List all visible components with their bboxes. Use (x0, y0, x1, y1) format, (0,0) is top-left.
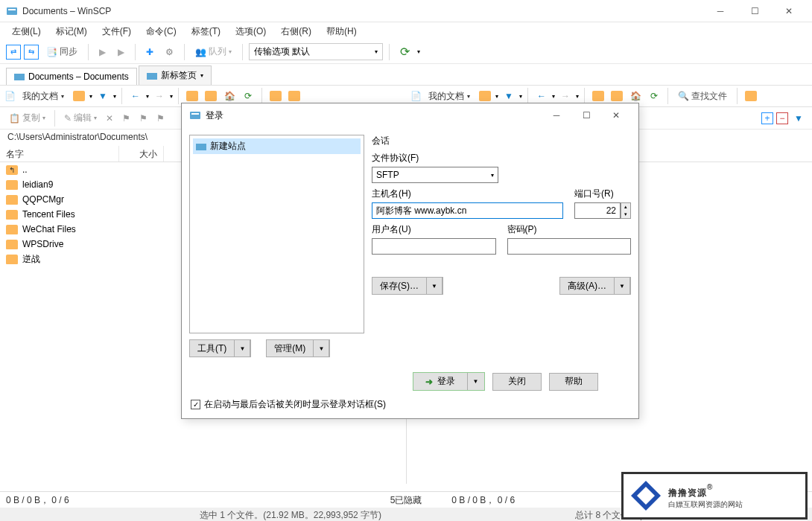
tab-documents[interactable]: Documents – Documents (6, 68, 137, 85)
flag2-icon[interactable]: ⚑ (136, 112, 150, 125)
find-files-button[interactable]: 🔍 查找文件 (673, 88, 732, 105)
parent-icon[interactable] (184, 88, 200, 104)
sync-icon: 📑 (46, 47, 57, 57)
delete-icon[interactable]: ✕ (103, 112, 116, 125)
username-input[interactable] (372, 238, 496, 255)
add-icon[interactable]: ✚ (142, 45, 158, 60)
minus-box-icon[interactable]: − (776, 112, 788, 124)
home-icon[interactable]: 🏠 (221, 88, 238, 104)
tools-button[interactable]: 工具(T) ▼ (189, 339, 251, 357)
svg-rect-3 (147, 73, 157, 80)
nav-right-dropdown[interactable]: 我的文档 ▾ (424, 89, 475, 104)
dialog-close-button[interactable]: ✕ (601, 104, 631, 127)
watermark-logo-icon (629, 479, 662, 512)
flag1-icon[interactable]: ⚑ (119, 112, 133, 125)
sync-button[interactable]: 📑 同步 (42, 43, 82, 60)
save-button[interactable]: 保存(S)… ▼ (372, 277, 443, 295)
folder-open-icon[interactable] (477, 88, 493, 104)
bookmark-r-icon[interactable] (743, 88, 759, 104)
plus-box-icon[interactable]: + (761, 112, 773, 124)
dialog-maximize-button[interactable]: ☐ (571, 104, 601, 127)
gear-icon[interactable]: ⚙ (161, 45, 178, 60)
refresh-icon[interactable]: ⟳ (396, 42, 414, 61)
app-icon (6, 5, 18, 17)
bookmark1-icon[interactable] (267, 88, 284, 104)
queue-button[interactable]: 👥 队列 ▾ (191, 43, 236, 60)
folder-open-icon[interactable] (71, 88, 87, 104)
folder-icon (6, 240, 18, 249)
tree-item-newsite[interactable]: 新建站点 (193, 138, 361, 154)
sites-tree[interactable]: 新建站点 (189, 135, 364, 333)
password-input[interactable] (507, 238, 632, 255)
svg-rect-5 (191, 113, 199, 115)
minimize-button[interactable]: ─ (703, 0, 738, 22)
parent-icon[interactable] (590, 88, 606, 104)
protocol-select[interactable]: SFTP ▾ (372, 167, 498, 183)
back-icon[interactable]: ← (127, 88, 144, 104)
col-size[interactable]: 大小 (119, 146, 164, 162)
host-input[interactable] (372, 202, 563, 219)
maximize-button[interactable]: ☐ (738, 0, 772, 22)
filter-icon[interactable]: ▼ (501, 88, 517, 104)
status-hidden: 5已隐藏 (390, 494, 422, 505)
root-icon[interactable] (203, 88, 219, 104)
host-label: 主机名(H) (372, 188, 563, 200)
edit-button[interactable]: ✎ 编辑 ▾ (61, 110, 100, 126)
home-icon[interactable]: 🏠 (627, 88, 644, 104)
flag-right-icon[interactable]: ▼ (791, 112, 806, 125)
dialog-title-icon (189, 109, 201, 121)
port-input[interactable] (574, 202, 621, 219)
edit-icon: ✎ (64, 113, 72, 124)
docs-icon: 📄 (410, 91, 422, 101)
menu-command[interactable]: 命令(C) (140, 23, 183, 40)
menu-left[interactable]: 左侧(L) (6, 23, 47, 40)
refresh-right-icon[interactable]: ⟳ (646, 88, 662, 104)
bookmark2-icon[interactable] (286, 88, 302, 104)
svg-rect-0 (7, 7, 17, 15)
equal-panels-icon[interactable]: ⇆ (24, 45, 39, 60)
copy-icon: 📋 (9, 113, 20, 124)
forward-icon[interactable]: → (151, 88, 168, 104)
menu-tab[interactable]: 标签(T) (185, 23, 226, 40)
dialog-close-action-button[interactable]: 关闭 (492, 373, 542, 391)
dialog-title: 登录 (206, 109, 542, 122)
forward-icon[interactable]: → (557, 88, 574, 104)
root-icon[interactable] (609, 88, 625, 104)
dialog-minimize-button[interactable]: ─ (542, 104, 571, 127)
menubar: 左侧(L) 标记(M) 文件(F) 命令(C) 标签(T) 选项(O) 右侧(R… (0, 22, 812, 40)
col-name[interactable]: 名字 (0, 146, 119, 162)
title-text: Documents – WinSCP (22, 6, 703, 16)
dialog-sites-pane: 新建站点 工具(T) ▼ 管理(M) ▼ (189, 135, 364, 357)
show-on-startup-checkbox[interactable]: ✓ (191, 400, 200, 409)
folder-icon (6, 210, 18, 220)
terminal-icon[interactable]: ▶ (95, 45, 110, 60)
port-spinner[interactable]: ▴▾ (621, 202, 631, 219)
login-arrow-icon: ➜ (425, 377, 433, 387)
menu-option[interactable]: 选项(O) (229, 23, 272, 40)
site-icon (196, 142, 206, 151)
svg-rect-6 (196, 144, 206, 150)
refresh-left-icon[interactable]: ⟳ (240, 88, 256, 104)
menu-help[interactable]: 帮助(H) (320, 23, 363, 40)
svg-rect-1 (8, 9, 16, 10)
login-button[interactable]: ➜登录 ▼ (413, 372, 485, 391)
port-label: 端口号(R) (574, 188, 631, 200)
transfer-options-select[interactable]: 传输选项 默认 ▾ (249, 43, 383, 60)
copy-button[interactable]: 📋 复制 ▾ (6, 110, 48, 126)
advanced-button[interactable]: 高级(A)… ▼ (559, 277, 631, 295)
menu-file[interactable]: 文件(F) (96, 23, 137, 40)
terminal2-icon[interactable]: ▶ (113, 45, 129, 60)
flag3-icon[interactable]: ⚑ (153, 112, 168, 125)
login-dialog: 登录 ─ ☐ ✕ 新建站点 工具(T) ▼ 管理(M) ▼ (181, 103, 639, 419)
tab-new[interactable]: 新标签页 ▾ (139, 65, 212, 85)
manage-button[interactable]: 管理(M) ▼ (266, 339, 330, 357)
nav-left-dropdown[interactable]: 我的文档 ▾ (18, 89, 69, 104)
swap-panels-icon[interactable]: ⇄ (6, 45, 21, 60)
menu-mark[interactable]: 标记(M) (50, 23, 93, 40)
help-button[interactable]: 帮助 (549, 373, 598, 391)
close-button[interactable]: ✕ (772, 0, 806, 22)
status-right: 0 B / 0 B， 0 / 6 (451, 494, 515, 505)
filter-icon[interactable]: ▼ (95, 88, 111, 104)
menu-right[interactable]: 右侧(R) (275, 23, 317, 40)
back-icon[interactable]: ← (533, 88, 550, 104)
